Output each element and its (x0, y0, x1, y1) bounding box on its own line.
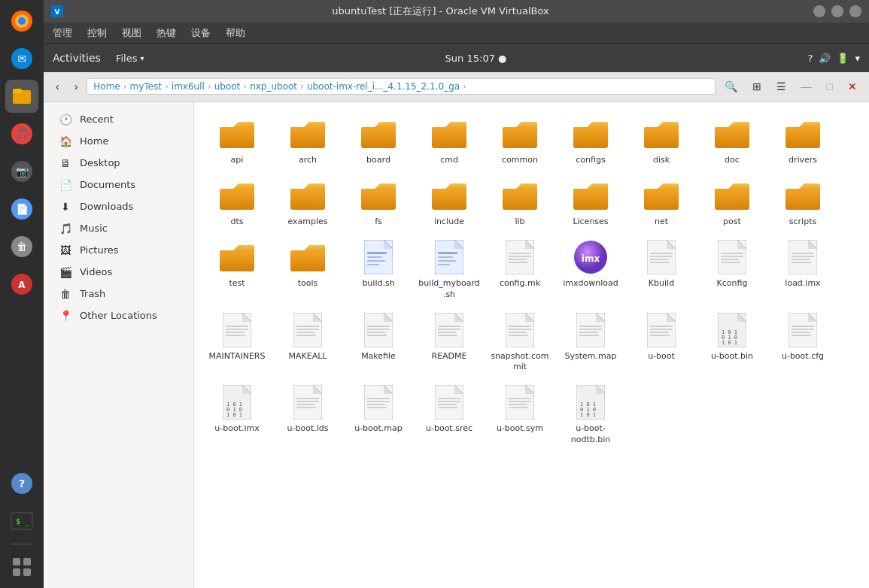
breadcrumb-home[interactable]: Home (93, 81, 120, 92)
list-item[interactable]: net (627, 173, 695, 232)
terminal-icon[interactable]: $ _ (5, 505, 38, 538)
list-item[interactable]: configs (557, 111, 624, 170)
list-item[interactable]: Kbuild (627, 235, 695, 305)
menu-manage[interactable]: 管理 (50, 25, 75, 41)
view-toggle-button[interactable]: ⊞ (746, 77, 767, 95)
minimize-button[interactable]: − (813, 5, 825, 17)
binary-icon: 1 0 1 0 1 0 1 0 1 (573, 384, 609, 420)
list-item[interactable]: build.sh (345, 235, 412, 305)
files-menu-button[interactable]: Files ▾ (116, 53, 144, 64)
appstore-taskbar-icon[interactable]: A (5, 268, 38, 301)
menu-view[interactable]: 视图 (119, 25, 144, 41)
list-item[interactable]: README (415, 308, 483, 377)
back-button[interactable]: ‹ (50, 77, 65, 95)
battery-icon[interactable]: 🔋 (837, 53, 849, 64)
menu-control[interactable]: 控制 (84, 25, 110, 41)
list-item[interactable]: config.mk (486, 235, 554, 305)
list-item[interactable]: u-boot.sym (486, 380, 554, 450)
list-item[interactable]: dts (203, 173, 271, 232)
files-dropdown-icon: ▾ (140, 54, 144, 62)
list-item[interactable]: 1 0 1 0 1 0 1 0 1 u-boot-nodtb.bin (557, 380, 624, 450)
list-item[interactable]: post (698, 173, 766, 232)
window-minimize-btn[interactable]: — (795, 77, 818, 95)
title-bar: V ubuntuTest [正在运行] - Oracle VM VirtualB… (44, 0, 869, 23)
window-maximize-btn[interactable]: □ (821, 77, 839, 95)
list-item[interactable]: Licenses (557, 173, 624, 232)
trash-taskbar-icon[interactable]: 🗑 (5, 230, 38, 263)
list-item[interactable]: lib (486, 173, 554, 232)
close-button[interactable]: ✕ (849, 5, 861, 17)
sidebar-item-downloads[interactable]: ⬇ Downloads (47, 196, 190, 217)
menu-help[interactable]: 帮助 (223, 25, 248, 41)
sidebar-item-trash[interactable]: 🗑 Trash (47, 283, 190, 305)
list-item[interactable]: test (203, 235, 271, 305)
list-item[interactable]: disk (627, 111, 695, 170)
activities-button[interactable]: Activities (53, 52, 101, 64)
top-panel: Activities Files ▾ Sun 15:07 ● ? 🔊 🔋 ▾ (44, 44, 869, 72)
breadcrumb-uboot[interactable]: uboot (214, 81, 241, 92)
breadcrumb-imx6ull[interactable]: imx6ull (172, 81, 205, 92)
maximize-button[interactable]: □ (831, 5, 843, 17)
camera-icon[interactable]: 📷 (5, 155, 38, 188)
list-item[interactable]: drivers (769, 111, 837, 170)
docs-icon[interactable]: 📄 (5, 192, 38, 226)
search-button[interactable]: 🔍 (719, 77, 743, 95)
sound-icon[interactable]: 🎵 (5, 117, 38, 150)
list-item[interactable]: include (415, 173, 483, 232)
list-item[interactable]: imx imxdownload (557, 235, 624, 305)
sidebar-item-other-locations[interactable]: 📍 Other Locations (47, 305, 190, 326)
list-item[interactable]: 1 0 1 0 1 0 1 0 1 u-boot.imx (203, 380, 271, 450)
list-item[interactable]: fs (345, 173, 412, 232)
list-item[interactable]: MAINTAINERS (203, 308, 271, 377)
list-item[interactable]: scripts (769, 173, 837, 232)
help-tray-icon[interactable]: ? (808, 53, 813, 64)
list-item[interactable]: doc (698, 111, 766, 170)
list-item[interactable]: u-boot.map (345, 380, 412, 450)
apps-grid-icon[interactable] (5, 550, 38, 583)
list-item[interactable]: u-boot.lds (274, 380, 342, 450)
sidebar-item-recent[interactable]: 🕐 Recent (47, 109, 190, 130)
list-item[interactable]: Makefile (345, 308, 412, 377)
firefox-icon[interactable] (5, 5, 38, 38)
list-item[interactable]: load.imx (769, 235, 837, 305)
folder-icon (573, 116, 609, 152)
list-item[interactable]: u-boot.cfg (769, 308, 837, 377)
list-item[interactable]: MAKEALL (274, 308, 342, 377)
help-icon[interactable]: ? (5, 467, 38, 500)
menu-hotkeys[interactable]: 热键 (153, 25, 179, 41)
list-item[interactable]: common (486, 111, 554, 170)
sidebar-item-videos[interactable]: 🎬 Videos (47, 262, 190, 283)
list-item[interactable]: 1 0 1 0 1 0 1 0 1 u-boot.bin (698, 308, 766, 377)
list-item[interactable]: build_myboard.sh (415, 235, 483, 305)
list-item[interactable]: cmd (415, 111, 483, 170)
file-label: configs (576, 155, 605, 165)
list-item[interactable]: u-boot (627, 308, 695, 377)
breadcrumb-current[interactable]: uboot-imx-rel_i..._4.1.15_2.1.0_ga (307, 81, 460, 92)
list-item[interactable]: snapshot.commit (486, 308, 554, 377)
menu-button[interactable]: ☰ (770, 77, 792, 95)
list-item[interactable]: Kconfig (698, 235, 766, 305)
list-item[interactable]: board (345, 111, 412, 170)
sidebar-item-pictures[interactable]: 🖼 Pictures (47, 240, 190, 261)
thunderbird-icon[interactable]: ✉ (5, 42, 38, 75)
volume-icon[interactable]: 🔊 (819, 53, 831, 64)
list-item[interactable]: arch (274, 111, 342, 170)
list-item[interactable]: examples (274, 173, 342, 232)
file-label: examples (287, 217, 327, 227)
menu-devices[interactable]: 设备 (188, 25, 214, 41)
settings-icon[interactable]: ▾ (855, 53, 860, 64)
breadcrumb-nxp-uboot[interactable]: nxp_uboot (250, 81, 297, 92)
sidebar-item-desktop[interactable]: 🖥 Desktop (47, 153, 190, 174)
sidebar-item-documents[interactable]: 📄 Documents (47, 174, 190, 195)
list-item[interactable]: tools (274, 235, 342, 305)
breadcrumb-mytest[interactable]: myTest (130, 81, 162, 92)
files-icon[interactable] (5, 80, 38, 113)
sidebar-item-home[interactable]: 🏠 Home (47, 131, 190, 152)
sidebar-item-music[interactable]: 🎵 Music (47, 218, 190, 239)
list-item[interactable]: System.map (557, 308, 624, 377)
list-item[interactable]: api (203, 111, 271, 170)
svg-rect-23 (13, 568, 20, 576)
list-item[interactable]: u-boot.srec (415, 380, 483, 450)
forward-button[interactable]: › (68, 77, 84, 95)
window-close-btn[interactable]: ✕ (842, 77, 863, 95)
